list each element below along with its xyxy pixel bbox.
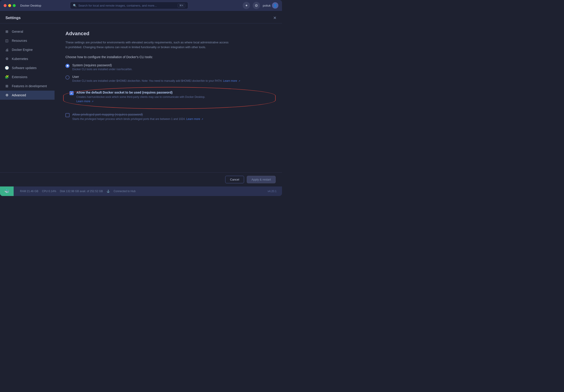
- checkbox-privileged-port-label: Allow privileged port mapping (requires …: [72, 113, 203, 116]
- titlebar-right: ✦ ⚙ potiuk 👤: [243, 2, 278, 9]
- statusbar: 🐳 RAM 21.46 GB CPU 0.14% Disk 132.98 GB …: [0, 187, 282, 196]
- username: potiuk: [263, 4, 271, 7]
- checkbox-privileged-port-content: Allow privileged port mapping (requires …: [72, 113, 203, 121]
- close-button[interactable]: ✕: [273, 15, 277, 20]
- privileged-port-learn-more[interactable]: Learn more ↗: [186, 117, 203, 121]
- search-placeholder: Search for local and remote images, cont…: [78, 4, 157, 7]
- external-link-icon-2: ↗: [92, 100, 93, 103]
- apply-restart-button[interactable]: Apply & restart: [247, 176, 276, 183]
- docker-engine-icon: 🖨: [5, 47, 9, 52]
- radio-system: System (requires password) Docker CLI to…: [65, 63, 271, 71]
- sidebar-label-kubernetes: Kubernetes: [12, 57, 28, 61]
- footer: Cancel Apply & restart: [0, 172, 282, 187]
- search-bar[interactable]: 🔍 Search for local and remote images, co…: [70, 2, 188, 9]
- sidebar: ⊞ General ◫ Resources 🖨 Docker Engine ⚙ …: [0, 23, 55, 172]
- page-description: These settings are provided for environm…: [65, 40, 229, 50]
- sidebar-label-general: General: [12, 30, 23, 33]
- advanced-icon: ⚙: [5, 93, 9, 97]
- sidebar-label-features: Features in development: [12, 84, 47, 88]
- statusbar-ram: RAM 21.46 GB: [20, 190, 38, 193]
- checkbox-docker-socket: Allow the default Docker socket to be us…: [70, 91, 264, 103]
- sidebar-label-advanced: Advanced: [12, 93, 26, 97]
- sidebar-item-kubernetes[interactable]: ⚙ Kubernetes: [0, 54, 55, 63]
- checkbox-docker-socket-content: Allow the default Docker socket to be us…: [76, 91, 205, 103]
- cli-section-label: Choose how to configure the installation…: [65, 55, 271, 59]
- general-icon: ⊞: [5, 29, 9, 34]
- settings-header: Settings ✕: [0, 11, 282, 23]
- main-content: Advanced These settings are provided for…: [55, 23, 282, 172]
- external-link-icon: ↗: [238, 80, 240, 82]
- sidebar-item-general[interactable]: ⊞ General: [0, 27, 55, 36]
- sidebar-label-resources: Resources: [12, 39, 27, 42]
- docker-socket-highlighted-area: Allow the default Docker socket to be us…: [65, 87, 271, 109]
- sidebar-label-software-updates: Software updates: [12, 66, 37, 70]
- sidebar-item-docker-engine[interactable]: 🖨 Docker Engine: [0, 45, 55, 54]
- search-icon: 🔍: [73, 4, 77, 7]
- radio-user-desc: Docker CLI tools are installed under $HO…: [72, 79, 240, 82]
- page-title: Advanced: [65, 31, 271, 37]
- radio-system-content: System (requires password) Docker CLI to…: [72, 63, 132, 71]
- statusbar-version: v4.20.1: [268, 190, 277, 193]
- sidebar-item-extensions[interactable]: 🧩 Extensions: [0, 72, 55, 81]
- checkbox-docker-socket-label: Allow the default Docker socket to be us…: [76, 91, 205, 94]
- radio-user-learn-more[interactable]: Learn more ↗: [223, 79, 240, 82]
- sidebar-item-advanced[interactable]: ⚙ Advanced: [0, 91, 55, 100]
- radio-system-input[interactable]: [65, 64, 70, 68]
- settings-body: ⊞ General ◫ Resources 🖨 Docker Engine ⚙ …: [0, 23, 282, 172]
- radio-user-input[interactable]: [65, 75, 70, 80]
- sidebar-label-docker-engine: Docker Engine: [12, 48, 33, 52]
- sidebar-item-resources[interactable]: ◫ Resources: [0, 36, 55, 45]
- sidebar-item-features-in-development[interactable]: ⊞ Features in development: [0, 81, 55, 91]
- radio-user-label: User: [72, 75, 240, 79]
- kubernetes-icon: ⚙: [5, 56, 9, 61]
- resources-icon: ◫: [5, 38, 9, 43]
- settings-container: Settings ✕ ⊞ General ◫ Resources 🖨 Docke…: [0, 11, 282, 187]
- user-badge[interactable]: potiuk 👤: [263, 2, 278, 9]
- statusbar-connection: Connected to Hub: [114, 190, 136, 193]
- search-kbd: ⌘K: [178, 4, 185, 8]
- avatar: 👤: [272, 2, 278, 9]
- close-traffic-light[interactable]: [4, 4, 7, 7]
- radio-system-desc: Docker CLI tools are installed under /us…: [72, 68, 132, 71]
- app-title: Docker Desktop: [20, 4, 41, 7]
- checkbox-privileged-port-input[interactable]: [65, 113, 70, 117]
- checkbox-docker-socket-desc: Creates /var/run/docker.sock which some …: [76, 95, 205, 99]
- minimize-traffic-light[interactable]: [8, 4, 11, 7]
- extensions-icon[interactable]: ✦: [243, 2, 250, 9]
- titlebar: Docker Desktop 🔍 Search for local and re…: [0, 0, 282, 11]
- radio-system-label: System (requires password): [72, 63, 132, 67]
- checkbox-docker-socket-input[interactable]: [70, 91, 74, 95]
- maximize-traffic-light[interactable]: [13, 4, 16, 7]
- checkbox-privileged-port-desc: Starts the privileged helper process whi…: [72, 117, 203, 121]
- traffic-lights: [4, 4, 16, 7]
- radio-user-content: User Docker CLI tools are installed unde…: [72, 75, 240, 82]
- sidebar-item-software-updates[interactable]: 🕐 Software updates: [0, 63, 55, 72]
- docker-socket-learn-more[interactable]: Learn more ↗: [76, 100, 93, 103]
- sidebar-label-extensions: Extensions: [12, 75, 27, 79]
- checkbox-privileged-port: Allow privileged port mapping (requires …: [65, 113, 271, 121]
- radio-user: User Docker CLI tools are installed unde…: [65, 75, 271, 82]
- settings-title: Settings: [5, 16, 21, 20]
- statusbar-disk: Disk 132.98 GB avail. of 252.52 GB: [60, 190, 103, 193]
- statusbar-cpu: CPU 0.14%: [42, 190, 56, 193]
- external-link-icon-3: ↗: [201, 118, 203, 120]
- software-updates-icon: 🕐: [5, 66, 9, 70]
- features-icon: ⊞: [5, 84, 9, 88]
- cancel-button[interactable]: Cancel: [225, 176, 244, 183]
- extensions-nav-icon: 🧩: [5, 75, 9, 79]
- settings-icon[interactable]: ⚙: [253, 2, 260, 9]
- statusbar-connection-icon: ⚓: [107, 190, 110, 193]
- docker-whale-icon: 🐳: [0, 187, 14, 196]
